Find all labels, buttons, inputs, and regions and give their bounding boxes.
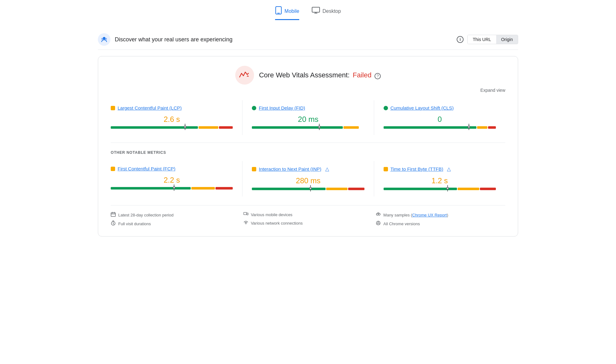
chrome-versions-text: All Chrome versions: [383, 221, 420, 226]
svg-rect-1: [277, 13, 280, 13]
inp-dot: [252, 167, 256, 171]
metric-fid: First Input Delay (FID) 20 ms: [242, 100, 374, 135]
chrome-ux-report-link[interactable]: Chrome UX Report: [412, 213, 447, 217]
footer-col-1: Latest 28-day collection period Full vis…: [111, 212, 240, 227]
inp-bar-red: [348, 188, 364, 190]
metric-ttfb: Time to First Byte (TTFB) △ 1.2 s: [374, 161, 505, 196]
fcp-bar: [111, 187, 233, 190]
url-toggle: This URL Origin: [467, 35, 518, 44]
metric-fid-label: First Input Delay (FID): [252, 105, 364, 111]
inp-bar: [252, 188, 364, 190]
svg-rect-2: [312, 7, 320, 12]
cls-name[interactable]: Cumulative Layout Shift (CLS): [390, 105, 454, 111]
tab-desktop[interactable]: Desktop: [312, 7, 341, 19]
timer-icon: [111, 221, 116, 227]
footer-col-3: Many samples (Chrome UX Report) All Chro…: [376, 212, 505, 227]
footer-chrome-versions: All Chrome versions: [376, 221, 505, 227]
fcp-bar-red: [215, 187, 233, 190]
svg-point-4: [101, 38, 103, 40]
section-header: Discover what your real users are experi…: [98, 29, 518, 50]
samples-icon: [376, 212, 381, 218]
origin-button[interactable]: Origin: [496, 35, 518, 44]
lcp-dot: [111, 106, 115, 110]
fid-bar: [252, 126, 364, 129]
fid-value: 20 ms: [252, 113, 364, 126]
full-visit-text: Full visit durations: [118, 221, 151, 226]
cls-bar: [384, 126, 496, 129]
collection-period-text: Latest 28-day collection period: [118, 213, 173, 217]
metric-lcp-label: Largest Contentful Paint (LCP): [111, 105, 233, 111]
expand-view-button[interactable]: Expand view: [111, 88, 505, 93]
lcp-bar: [111, 126, 233, 129]
many-samples-text: Many samples (Chrome UX Report): [383, 213, 448, 217]
cwv-icon: [235, 66, 254, 85]
fcp-name[interactable]: First Contentful Paint (FCP): [118, 166, 175, 171]
avatar-icon: [98, 33, 110, 46]
inp-beta-icon: △: [325, 166, 329, 172]
metric-inp: Interaction to Next Paint (INP) △ 280 ms: [242, 161, 374, 196]
svg-point-13: [378, 212, 379, 214]
footer-network: Various network connections: [243, 220, 373, 226]
ttfb-name[interactable]: Time to First Byte (TTFB): [390, 166, 443, 172]
lcp-value: 2.6 s: [111, 113, 233, 126]
core-metrics-grid: Largest Contentful Paint (LCP) 2.6 s: [111, 100, 505, 135]
cwv-title: Core Web Vitals Assessment: Failed ?: [259, 71, 381, 79]
cwv-heading-text: Core Web Vitals Assessment:: [259, 71, 350, 79]
fid-bar-green: [252, 126, 343, 129]
header-right: ℹ This URL Origin: [457, 35, 518, 44]
tab-mobile-label: Mobile: [284, 8, 299, 14]
footer-mobile-devices: Various mobile devices: [243, 212, 373, 217]
svg-rect-8: [243, 212, 247, 215]
fcp-value: 2.2 s: [111, 174, 233, 187]
footer-many-samples: Many samples (Chrome UX Report): [376, 212, 505, 218]
svg-rect-6: [111, 213, 115, 216]
fid-bar-orange: [343, 126, 358, 129]
info-icon[interactable]: ℹ: [457, 36, 464, 43]
lcp-name[interactable]: Largest Contentful Paint (LCP): [118, 105, 182, 111]
metric-inp-label: Interaction to Next Paint (INP) △: [252, 166, 364, 172]
metric-lcp: Largest Contentful Paint (LCP) 2.6 s: [111, 100, 242, 135]
inp-bar-orange: [326, 188, 348, 190]
footer-collection-period: Latest 28-day collection period: [111, 212, 240, 218]
cls-bar-orange: [477, 126, 487, 129]
cls-bar-green: [384, 126, 477, 129]
network-text: Various network connections: [251, 221, 303, 226]
fcp-bar-green: [111, 187, 191, 190]
calendar-icon: [111, 212, 116, 218]
svg-point-10: [246, 224, 246, 224]
tab-mobile[interactable]: Mobile: [275, 6, 299, 20]
fcp-dot: [111, 167, 115, 171]
fcp-bar-orange: [191, 187, 215, 190]
footer-info: Latest 28-day collection period Full vis…: [111, 205, 505, 227]
mobile-devices-text: Various mobile devices: [251, 212, 293, 217]
ttfb-dot: [384, 167, 388, 171]
cls-value: 0: [384, 113, 496, 126]
ttfb-bar: [384, 188, 496, 190]
metric-cls-label: Cumulative Layout Shift (CLS): [384, 105, 496, 111]
ttfb-bar-orange: [458, 188, 479, 190]
cwv-header: Core Web Vitals Assessment: Failed ?: [111, 66, 505, 85]
this-url-button[interactable]: This URL: [468, 35, 496, 44]
inp-name[interactable]: Interaction to Next Paint (INP): [259, 166, 321, 172]
fid-bar-spacer: [359, 126, 364, 129]
tabs-bar: Mobile Desktop: [98, 6, 518, 20]
cwv-help-icon[interactable]: ?: [374, 73, 381, 79]
other-metrics-grid: First Contentful Paint (FCP) 2.2 s: [111, 161, 505, 196]
cwv-status: Failed: [353, 71, 372, 79]
metrics-divider: [111, 143, 505, 143]
metric-fcp: First Contentful Paint (FCP) 2.2 s: [111, 161, 242, 196]
ttfb-bar-red: [480, 188, 496, 190]
inp-value: 280 ms: [252, 174, 364, 188]
desktop-icon: [312, 7, 320, 15]
metric-ttfb-label: Time to First Byte (TTFB) △: [384, 166, 496, 172]
network-icon: [243, 220, 248, 226]
svg-point-5: [105, 38, 107, 40]
metric-fcp-label: First Contentful Paint (FCP): [111, 166, 233, 171]
chrome-icon: [376, 221, 381, 227]
devices-icon: [243, 212, 248, 217]
other-metrics-label: OTHER NOTABLE METRICS: [111, 150, 505, 155]
ttfb-beta-icon: △: [447, 166, 451, 172]
mobile-icon: [275, 6, 282, 16]
metric-cls: Cumulative Layout Shift (CLS) 0: [374, 100, 505, 135]
fid-name[interactable]: First Input Delay (FID): [259, 105, 305, 111]
